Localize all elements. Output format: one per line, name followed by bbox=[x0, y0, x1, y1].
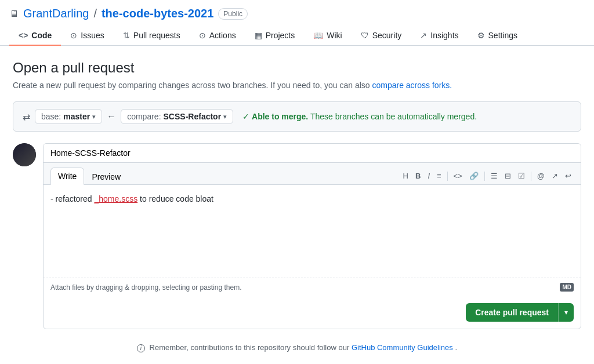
pr-editor: Write Preview H B I ≡ <> 🔗 ☰ ⊟ ☑ @ ↗ bbox=[43, 143, 581, 329]
italic-button[interactable]: I bbox=[425, 170, 432, 181]
repo-icon: 🖥 bbox=[9, 9, 19, 19]
toolbar-separator-1 bbox=[447, 172, 448, 181]
repo-visibility-badge: Public bbox=[218, 8, 248, 20]
compare-arrows-icon: ⇄ bbox=[23, 111, 30, 122]
nav-item-settings[interactable]: ⚙ Settings bbox=[468, 26, 527, 45]
code-icon: <> bbox=[19, 31, 28, 40]
compare-bar: ⇄ base: master ▾ ← compare: SCSS-Refacto… bbox=[13, 101, 581, 132]
merge-text: These branches can be automatically merg… bbox=[310, 112, 477, 121]
footer-note-text: Remember, contributions to this reposito… bbox=[150, 343, 350, 352]
nav-actions-label: Actions bbox=[209, 31, 236, 40]
nav-item-security[interactable]: 🛡 Security bbox=[352, 26, 411, 45]
repo-header: 🖥 GrantDarling / the-code-bytes-2021 Pub… bbox=[0, 0, 594, 46]
submit-row: Create pull request ▾ bbox=[44, 296, 581, 329]
settings-icon: ⚙ bbox=[477, 31, 485, 40]
insights-icon: ↗ bbox=[420, 31, 427, 40]
bold-button[interactable]: B bbox=[413, 170, 423, 181]
nav-security-label: Security bbox=[372, 31, 402, 40]
numbered-button[interactable]: ⊟ bbox=[502, 170, 513, 181]
page-title: Open a pull request bbox=[13, 60, 581, 76]
nav-insights-label: Insights bbox=[430, 31, 458, 40]
merge-status: ✓ Able to merge. These branches can be a… bbox=[242, 112, 477, 121]
toolbar-separator-2 bbox=[484, 172, 485, 181]
projects-icon: ▦ bbox=[255, 31, 262, 40]
editor-body: - refactored _home.scss to reduce code b… bbox=[44, 185, 581, 278]
base-value: master bbox=[63, 112, 90, 121]
wiki-icon: 📖 bbox=[313, 31, 323, 40]
base-chevron-icon: ▾ bbox=[92, 113, 96, 121]
repo-name-link[interactable]: the-code-bytes-2021 bbox=[102, 7, 213, 20]
nav-item-pull-requests[interactable]: ⇅ Pull requests bbox=[114, 26, 190, 45]
compare-chevron-icon: ▾ bbox=[223, 113, 227, 121]
nav-code-label: Code bbox=[31, 31, 52, 40]
nav-item-actions[interactable]: ⊙ Actions bbox=[190, 26, 245, 45]
ref-button[interactable]: ↗ bbox=[549, 170, 560, 181]
create-pull-request-dropdown-button[interactable]: ▾ bbox=[558, 303, 574, 322]
avatar-image bbox=[13, 143, 36, 166]
preview-tab[interactable]: Preview bbox=[84, 168, 128, 185]
security-icon: 🛡 bbox=[361, 31, 369, 40]
main-content: Open a pull request Create a new pull re… bbox=[3, 46, 591, 364]
undo-button[interactable]: ↩ bbox=[563, 170, 574, 181]
pr-form: Write Preview H B I ≡ <> 🔗 ☰ ⊟ ☑ @ ↗ bbox=[13, 143, 581, 329]
create-pull-request-button[interactable]: Create pull request bbox=[466, 303, 558, 322]
issues-icon: ⊙ bbox=[70, 31, 77, 40]
nav-item-issues[interactable]: ⊙ Issues bbox=[61, 26, 113, 45]
repo-title-bar: 🖥 GrantDarling / the-code-bytes-2021 Pub… bbox=[9, 7, 585, 20]
compare-label: compare: bbox=[127, 112, 161, 121]
heading-button[interactable]: H bbox=[401, 170, 411, 181]
base-branch-select[interactable]: base: master ▾ bbox=[35, 109, 102, 124]
nav-projects-label: Projects bbox=[266, 31, 295, 40]
compare-branch-select[interactable]: compare: SCSS-Refactor ▾ bbox=[121, 109, 233, 124]
nav-item-wiki[interactable]: 📖 Wiki bbox=[304, 26, 351, 45]
actions-icon: ⊙ bbox=[199, 31, 206, 40]
nav-wiki-label: Wiki bbox=[327, 31, 342, 40]
base-label: base: bbox=[41, 112, 61, 121]
editor-toolbar: H B I ≡ <> 🔗 ☰ ⊟ ☑ @ ↗ ↩ bbox=[401, 170, 574, 181]
toolbar-separator-3 bbox=[531, 172, 531, 181]
code-button[interactable]: <> bbox=[451, 170, 465, 181]
link-button[interactable]: 🔗 bbox=[467, 170, 481, 181]
repo-nav: <> Code ⊙ Issues ⇅ Pull requests ⊙ bbox=[9, 26, 585, 45]
bullets-button[interactable]: ☰ bbox=[488, 170, 500, 181]
info-icon: i bbox=[137, 344, 145, 352]
footer-period: . bbox=[455, 343, 457, 352]
compare-forks-link[interactable]: compare across forks. bbox=[372, 81, 452, 90]
avatar bbox=[13, 143, 36, 166]
community-guidelines-link[interactable]: GitHub Community Guidelines bbox=[352, 343, 453, 352]
task-button[interactable]: ☑ bbox=[516, 170, 527, 181]
footer-note: i Remember, contributions to this reposi… bbox=[13, 343, 581, 352]
mention-button[interactable]: @ bbox=[535, 170, 547, 181]
pr-title-input[interactable] bbox=[44, 144, 581, 163]
markdown-badge: MD bbox=[560, 283, 574, 292]
editor-content: - refactored _home.scss to reduce code b… bbox=[50, 192, 574, 206]
page-subtitle: Create a new pull request by comparing c… bbox=[13, 81, 581, 90]
checkmark-icon: ✓ bbox=[242, 112, 249, 121]
editor-footer: Attach files by dragging & dropping, sel… bbox=[44, 278, 581, 296]
repo-separator: / bbox=[93, 7, 97, 20]
nav-pr-label: Pull requests bbox=[133, 31, 180, 40]
filename-text: _home.scss bbox=[94, 194, 137, 203]
nav-item-code[interactable]: <> Code bbox=[9, 26, 61, 45]
arrow-separator: ← bbox=[107, 111, 116, 122]
compare-value: SCSS-Refactor bbox=[164, 112, 222, 121]
editor-tabs-bar: Write Preview H B I ≡ <> 🔗 ☰ ⊟ ☑ @ ↗ bbox=[44, 163, 581, 185]
nav-settings-label: Settings bbox=[488, 31, 518, 40]
write-tab[interactable]: Write bbox=[50, 168, 84, 185]
nav-item-insights[interactable]: ↗ Insights bbox=[411, 26, 468, 45]
attach-text: Attach files by dragging & dropping, sel… bbox=[50, 283, 242, 292]
quote-button[interactable]: ≡ bbox=[434, 170, 444, 181]
repo-owner-link[interactable]: GrantDarling bbox=[23, 7, 89, 20]
merge-bold-text: Able to merge. bbox=[252, 112, 308, 121]
nav-issues-label: Issues bbox=[81, 31, 104, 40]
nav-item-projects[interactable]: ▦ Projects bbox=[245, 26, 305, 45]
pull-requests-icon: ⇅ bbox=[123, 31, 130, 40]
